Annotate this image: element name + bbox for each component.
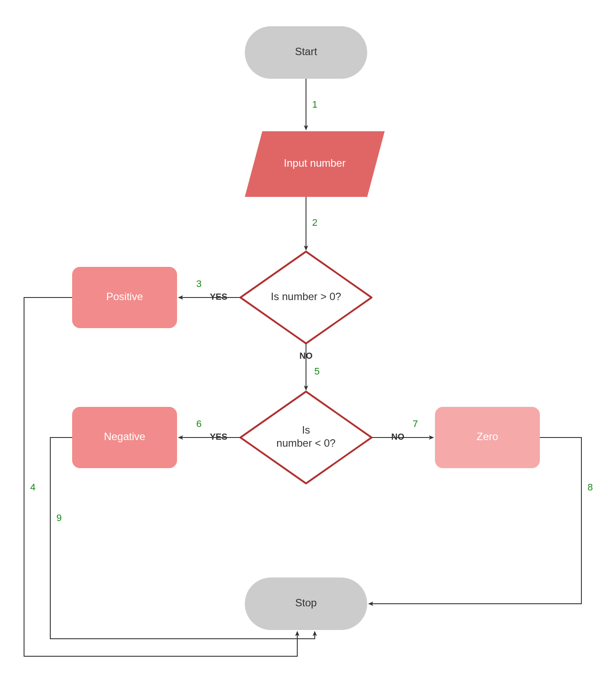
edge-7-word: NO <box>391 432 404 441</box>
node-positive: Positive <box>72 267 177 328</box>
node-start: Start <box>245 26 367 79</box>
node-stop-label: Stop <box>295 597 316 609</box>
edge-5-num: 5 <box>314 366 320 377</box>
edge-5: NO 5 <box>299 343 320 390</box>
node-decision-lt0: Is number < 0? <box>240 392 372 483</box>
node-decision-lt0-label2: number < 0? <box>276 437 335 449</box>
edge-3-num: 3 <box>196 278 202 289</box>
node-positive-label: Positive <box>106 290 143 302</box>
node-decision-lt0-label1: Is <box>302 424 310 436</box>
node-zero-label: Zero <box>476 430 498 442</box>
node-decision-gt0-label: Is number > 0? <box>271 290 341 302</box>
edge-2-num: 2 <box>312 217 317 228</box>
edge-1: 1 <box>306 79 317 130</box>
node-input: Input number <box>245 131 385 197</box>
edge-3-word: YES <box>210 292 227 301</box>
edge-6: YES 6 <box>179 418 240 441</box>
edge-2: 2 <box>306 197 317 250</box>
edge-8-num: 8 <box>588 482 593 493</box>
edge-7: NO 7 <box>372 418 433 441</box>
node-decision-gt0: Is number > 0? <box>240 252 372 343</box>
edge-4-num: 4 <box>30 482 35 493</box>
edge-5-word: NO <box>299 351 313 360</box>
edge-6-num: 6 <box>196 418 202 429</box>
node-negative: Negative <box>72 407 177 468</box>
node-input-label: Input number <box>284 157 345 169</box>
node-stop: Stop <box>245 578 367 630</box>
edge-3: YES 3 <box>179 278 240 301</box>
node-zero: Zero <box>435 407 540 468</box>
edge-1-num: 1 <box>312 99 317 110</box>
node-negative-label: Negative <box>104 430 146 442</box>
node-start-label: Start <box>295 46 317 57</box>
edge-7-num: 7 <box>413 418 418 429</box>
edge-9-num: 9 <box>56 512 62 523</box>
edge-6-word: YES <box>210 432 227 441</box>
